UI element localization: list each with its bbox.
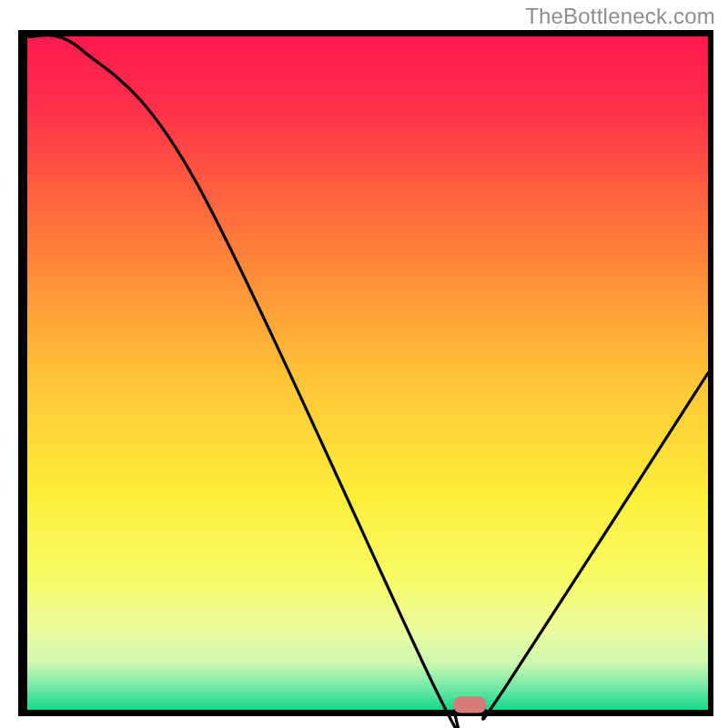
optimal-marker	[453, 697, 486, 713]
plot-area	[27, 36, 708, 710]
chart-container: TheBottleneck.com	[0, 0, 728, 728]
watermark-text: TheBottleneck.com	[525, 4, 715, 29]
bottleneck-chart	[0, 0, 728, 728]
